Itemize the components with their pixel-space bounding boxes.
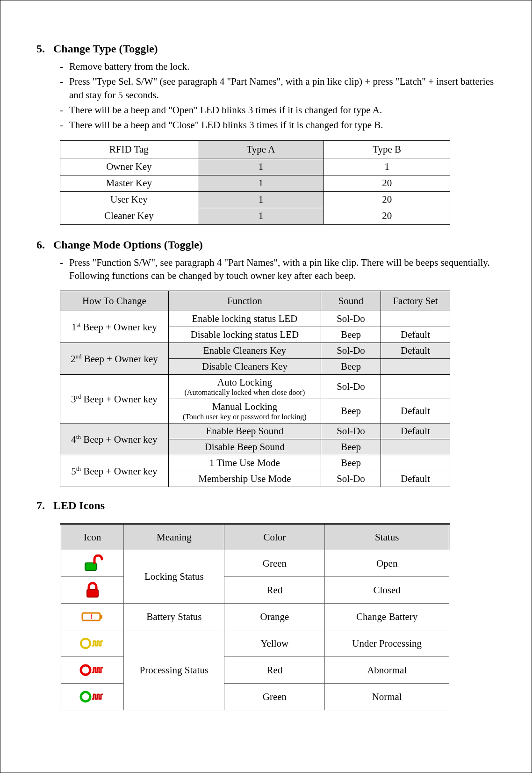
cell-sound: Sol-Do — [321, 375, 381, 399]
svg-point-5 — [81, 639, 90, 648]
bullet-dash-icon: - — [60, 60, 69, 73]
th-function: Function — [168, 291, 321, 311]
cell: User Key — [60, 191, 198, 208]
cell-status: Open — [325, 550, 450, 577]
cell-sound: Beep — [321, 359, 381, 375]
process-icon — [79, 663, 106, 677]
th-factory-set: Factory Set — [381, 291, 450, 311]
section-6-bullets: -Press "Function S/W", see paragraph 4 "… — [60, 256, 498, 283]
bullet-dash-icon: - — [60, 256, 69, 269]
process-icon — [79, 636, 106, 650]
list-item: -Press "Type Sel. S/W" (see paragraph 4 … — [60, 75, 498, 102]
cell-status: Change Battery — [325, 604, 450, 630]
cell-status: Normal — [325, 684, 450, 711]
table-row: 2nd Beep + Owner keyEnable Cleaners KeyS… — [60, 343, 450, 359]
bullet-text: There will be a beep and "Close" LED bli… — [69, 118, 498, 131]
cell-icon: ! — [61, 604, 124, 630]
cell-status: Abnormal — [325, 657, 450, 684]
cell-color: Red — [224, 577, 325, 604]
table-row: Icon Meaning Color Status — [61, 524, 450, 550]
cell-color: Red — [224, 657, 325, 684]
list-item: -There will be a beep and "Open" LED bli… — [60, 103, 498, 117]
cell-sound: Beep — [321, 439, 381, 455]
th-icon: Icon — [61, 524, 124, 550]
cell: 20 — [324, 175, 450, 191]
cell: 1 — [198, 208, 324, 224]
svg-rect-1 — [87, 590, 98, 597]
th-meaning: Meaning — [124, 524, 224, 550]
cell: Owner Key — [60, 159, 198, 175]
cell-sound: Beep — [321, 327, 381, 343]
cell-how-to-change: 5th Beep + Owner key — [60, 455, 169, 487]
th-sound: Sound — [321, 291, 381, 311]
cell-function: Disable Cleaners Key — [168, 359, 321, 375]
cell-sound: Beep — [321, 399, 381, 423]
table-row: 4th Beep + Owner keyEnable Beep SoundSol… — [60, 423, 450, 439]
section-5-heading: 5. Change Type (Toggle) — [36, 43, 498, 55]
table-row: 3rd Beep + Owner keyAuto Locking(Automat… — [60, 375, 450, 399]
cell-color: Yellow — [224, 630, 325, 657]
cell-factory-set — [381, 439, 450, 455]
cell-sound: Sol-Do — [321, 343, 381, 359]
cell: 1 — [198, 159, 324, 175]
battery-icon: ! — [80, 610, 105, 623]
table-row: Processing StatusYellowUnder Processing — [61, 630, 450, 657]
cell-how-to-change: 3rd Beep + Owner key — [60, 375, 169, 423]
bullet-dash-icon: - — [60, 103, 69, 117]
cell-factory-set: Default — [381, 327, 450, 343]
bullet-dash-icon: - — [60, 75, 69, 88]
bullet-text: Remove battery from the lock. — [69, 60, 498, 73]
cell-function: Auto Locking(Automatically locked when c… — [168, 375, 321, 399]
cell-function: 1 Time Use Mode — [168, 455, 321, 471]
cell: 1 — [198, 191, 324, 208]
cell-meaning: Battery Status — [124, 604, 224, 630]
svg-rect-3 — [100, 615, 102, 619]
svg-text:!: ! — [90, 613, 92, 620]
cell-icon — [61, 684, 124, 711]
cell-factory-set: Default — [381, 471, 450, 487]
page: 5. Change Type (Toggle) -Remove battery … — [0, 0, 532, 773]
cell-how-to-change: 4th Beep + Owner key — [60, 423, 169, 455]
cell: Cleaner Key — [60, 208, 198, 224]
table-row: RedAbnormal — [61, 657, 450, 684]
section-5-num: 5. — [36, 43, 53, 55]
table-row: How To Change Function Sound Factory Set — [60, 291, 450, 311]
table-row: RFID Tag Type A Type B — [60, 140, 450, 159]
section-7-num: 7. — [36, 499, 53, 512]
cell-sound: Sol-Do — [321, 311, 381, 327]
list-item: -Remove battery from the lock. — [60, 60, 498, 73]
cell-sound: Sol-Do — [321, 471, 381, 487]
lock-open-icon — [82, 554, 103, 572]
table-mode-options: How To Change Function Sound Factory Set… — [60, 291, 450, 487]
cell-function: Disable Beep Sound — [168, 439, 321, 455]
table-row: 1st Beep + Owner keyEnable locking statu… — [60, 311, 450, 327]
cell-color: Green — [224, 684, 325, 711]
process-icon — [79, 690, 106, 704]
table-row: !Battery StatusOrangeChange Battery — [61, 604, 450, 630]
cell-function: Enable Cleaners Key — [168, 343, 321, 359]
cell-function: Manual Locking(Touch user key or passwor… — [168, 399, 321, 423]
cell-function: Disable locking status LED — [168, 327, 321, 343]
cell: 20 — [324, 208, 450, 224]
list-item: -There will be a beep and "Close" LED bl… — [60, 118, 498, 131]
cell-factory-set — [381, 359, 450, 375]
cell-function: Membership Use Mode — [168, 471, 321, 487]
th-type-b: Type B — [324, 140, 450, 159]
table-row: Master Key 1 20 — [60, 175, 450, 191]
table-row: 5th Beep + Owner key1 Time Use ModeBeep — [60, 455, 450, 471]
svg-point-6 — [81, 665, 90, 675]
cell-how-to-change: 2nd Beep + Owner key — [60, 343, 169, 375]
cell-meaning: Processing Status — [124, 630, 224, 711]
cell-color: Green — [224, 550, 325, 577]
section-7-heading: 7. LED Icons — [36, 499, 498, 512]
cell-factory-set — [381, 311, 450, 327]
table-row: User Key 1 20 — [60, 191, 450, 208]
th-type-a: Type A — [198, 140, 324, 159]
cell: 1 — [324, 159, 450, 175]
bullet-dash-icon: - — [60, 118, 69, 131]
section-7: 7. LED Icons Icon Meaning Color Status L… — [34, 499, 498, 711]
cell-icon — [61, 577, 124, 604]
cell-status: Under Processing — [325, 630, 450, 657]
th-color: Color — [224, 524, 325, 550]
section-6-num: 6. — [36, 239, 53, 251]
